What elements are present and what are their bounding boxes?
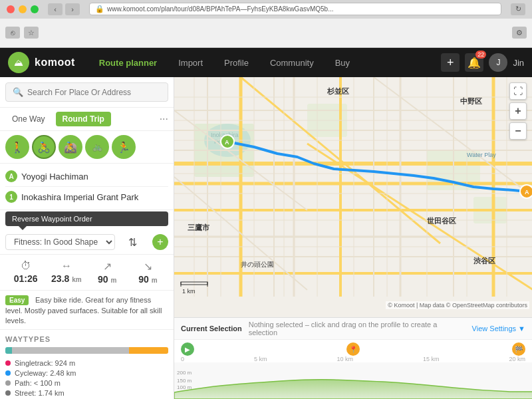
map-area[interactable]: Inokashira Pond bbox=[174, 77, 532, 399]
svg-text:世田谷区: 世田谷区 bbox=[427, 217, 456, 225]
waypoints-section: A Yoyogi Hachiman 1 Inokashira Imperial … bbox=[0, 164, 174, 210]
stat-distance-value: 23.8 km bbox=[51, 273, 82, 284]
top-nav: ⛰ komoot Route planner Import Profile Co… bbox=[0, 48, 532, 77]
maximize-traffic-light[interactable] bbox=[31, 5, 39, 13]
reload-button[interactable]: ↻ bbox=[511, 3, 525, 15]
svg-text:中野区: 中野区 bbox=[460, 97, 482, 105]
street-label: Street: 1.74 km bbox=[15, 389, 65, 397]
duration-icon: ⏱ bbox=[21, 260, 31, 272]
nav-links: Route planner Import Profile Community B… bbox=[88, 50, 442, 76]
profile-start-icon: ▶ bbox=[181, 342, 194, 356]
play-icon: ▶ bbox=[185, 346, 190, 353]
path-dot bbox=[5, 380, 11, 386]
user-name: Jin bbox=[513, 58, 524, 68]
main-content: 🔍 One Way Round Trip ··· 🚶 🚴 🚵 🚲 🏃 bbox=[0, 77, 532, 399]
nav-buy[interactable]: Buy bbox=[325, 50, 360, 76]
tab-one-way[interactable]: One Way bbox=[5, 112, 52, 126]
stat-descent: ↘ 90 m bbox=[128, 260, 168, 285]
search-section: 🔍 bbox=[0, 77, 174, 108]
activity-mountain-biking[interactable]: 🚵 bbox=[59, 135, 82, 159]
stat-distance: ↔ 23.8 km bbox=[46, 260, 86, 285]
tooltip-container: Reverse Waypoint Order bbox=[5, 211, 168, 230]
logo-icon: ⛰ bbox=[8, 52, 29, 73]
url-text: www.komoot.com/plan/tour/d08A/BPfAhTePA—… bbox=[107, 5, 334, 13]
back-button[interactable]: ‹ bbox=[48, 3, 63, 15]
nav-actions: + 🔔 22 J Jin bbox=[441, 53, 524, 72]
waytype-seg-0 bbox=[5, 347, 12, 354]
svg-text:Water Play: Water Play bbox=[467, 152, 496, 158]
waytype-cycleway: Cycleway: 2.48 km bbox=[5, 369, 168, 377]
svg-text:井の頭公園: 井の頭公園 bbox=[241, 261, 274, 268]
view-settings-link[interactable]: View Settings ▼ bbox=[472, 325, 525, 332]
flag-icon: 🏁 bbox=[515, 346, 523, 353]
mountain-icon: ⛰ bbox=[14, 57, 23, 68]
browser-nav-buttons: ‹ › bbox=[48, 3, 80, 15]
stat-ascent-value: 90 m bbox=[98, 274, 116, 285]
add-button[interactable]: + bbox=[441, 53, 460, 72]
activity-road-cycling[interactable]: 🚲 bbox=[85, 135, 109, 159]
stat-descent-value: 90 m bbox=[138, 274, 157, 285]
traffic-lights bbox=[7, 5, 39, 13]
controls-row: Fitness: In Good Shape ⇅ + bbox=[0, 230, 174, 255]
tab-round-trip[interactable]: Round Trip bbox=[56, 112, 111, 126]
waytypes-title: WAYTYPES bbox=[5, 335, 168, 343]
avatar[interactable]: J bbox=[489, 53, 507, 72]
nav-route-planner[interactable]: Route planner bbox=[88, 50, 168, 76]
map-controls: ⛶ + − bbox=[509, 82, 527, 140]
elevation-section: Current Selection Nothing selected – cli… bbox=[174, 317, 532, 399]
fitness-select[interactable]: Fitness: In Good Shape bbox=[5, 234, 115, 250]
map-attribution: © Komoot | Map data © OpenStreetMap cont… bbox=[386, 301, 529, 309]
extension-button[interactable]: ⚙ bbox=[512, 27, 527, 39]
reverse-waypoints-button[interactable]: ⇅ bbox=[126, 235, 140, 250]
nav-community[interactable]: Community bbox=[259, 50, 325, 76]
profile-start-marker: ▶ bbox=[181, 342, 194, 356]
svg-text:三鷹市: 三鷹市 bbox=[188, 223, 210, 231]
notification-btn[interactable]: 🔔 22 bbox=[465, 53, 483, 72]
forward-button[interactable]: › bbox=[65, 3, 80, 15]
minimize-traffic-light[interactable] bbox=[19, 5, 27, 13]
activity-hiking[interactable]: 🚶 bbox=[5, 135, 29, 159]
trip-tabs: One Way Round Trip ··· bbox=[0, 108, 174, 131]
zoom-out-button[interactable]: − bbox=[509, 122, 527, 140]
lock-icon: 🔒 bbox=[95, 5, 104, 13]
descent-icon: ↘ bbox=[144, 260, 152, 273]
stat-duration-value: 01:26 bbox=[14, 273, 38, 284]
ascent-icon: ↗ bbox=[103, 260, 112, 273]
waytype-list: Singletrack: 924 m Cycleway: 2.48 km Pat… bbox=[5, 359, 168, 399]
logo-area: ⛰ komoot bbox=[8, 52, 75, 73]
add-waypoint-button[interactable]: + bbox=[152, 234, 168, 250]
svg-text:100 m: 100 m bbox=[177, 384, 192, 390]
elevation-scale-labels: 0 5 km 10 km 15 km 20 km bbox=[174, 356, 532, 362]
location-icon: 📍 bbox=[349, 346, 357, 353]
nav-profile[interactable]: Profile bbox=[213, 50, 259, 76]
activity-running[interactable]: 🏃 bbox=[112, 135, 136, 159]
zoom-in-button[interactable]: + bbox=[509, 102, 527, 120]
elevation-header: Current Selection Nothing selected – cli… bbox=[174, 318, 532, 340]
search-input-wrap[interactable]: 🔍 bbox=[5, 82, 168, 102]
waytypes-section: WAYTYPES Singletrack: 924 m Cycleway: 2.… bbox=[0, 330, 174, 399]
scale-label-10: 10 km bbox=[336, 356, 353, 362]
browser-chrome: ‹ › 🔒 www.komoot.com/plan/tour/d08A/BPfA… bbox=[0, 0, 532, 48]
stats-row: ⏱ 01:26 ↔ 23.8 km ↗ 90 m ↘ 90 m bbox=[0, 255, 174, 291]
more-options-button[interactable]: ··· bbox=[160, 113, 168, 125]
map-background: Inokashira Pond bbox=[174, 77, 532, 399]
elevation-profile-container[interactable]: 200 m 150 m 100 m bbox=[174, 362, 532, 399]
app-container: ⛰ komoot Route planner Import Profile Co… bbox=[0, 48, 532, 399]
address-bar[interactable]: 🔒 www.komoot.com/plan/tour/d08A/BPfAhTeP… bbox=[89, 3, 501, 15]
activity-cycling[interactable]: 🚴 bbox=[32, 135, 56, 159]
stat-ascent: ↗ 90 m bbox=[87, 260, 128, 285]
path-label: Path: < 100 m bbox=[15, 379, 61, 387]
bookmark-button[interactable]: ☆ bbox=[24, 27, 39, 39]
share-button[interactable]: ⎋ bbox=[5, 27, 20, 39]
search-input[interactable] bbox=[27, 88, 161, 97]
waytype-bar bbox=[5, 347, 168, 354]
nav-import[interactable]: Import bbox=[168, 50, 213, 76]
notification-badge: 22 bbox=[475, 51, 486, 59]
waytype-seg-1 bbox=[12, 347, 129, 354]
profile-end-icon: 🏁 bbox=[512, 342, 525, 356]
close-traffic-light[interactable] bbox=[7, 5, 15, 13]
waypoint-a-label: A bbox=[5, 170, 17, 182]
waytype-singletrack: Singletrack: 924 m bbox=[5, 359, 168, 367]
fullscreen-button[interactable]: ⛶ bbox=[509, 82, 527, 100]
profile-end-marker: 🏁 bbox=[512, 342, 525, 356]
